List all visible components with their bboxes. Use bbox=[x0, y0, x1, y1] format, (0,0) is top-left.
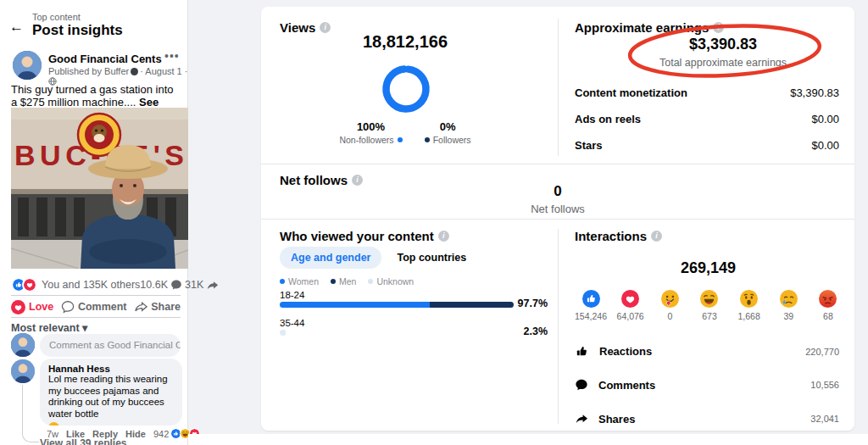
divider bbox=[11, 295, 181, 296]
comment-count-icon bbox=[170, 279, 182, 291]
comment-hide-link[interactable]: Hide bbox=[125, 429, 146, 439]
age-bar-18-24 bbox=[280, 302, 514, 308]
love-button[interactable]: Love bbox=[11, 300, 53, 314]
followers-pct: 0% bbox=[425, 120, 471, 133]
tab-age-and-gender[interactable]: Age and gender bbox=[280, 247, 381, 269]
page-bottom-edge bbox=[188, 434, 868, 445]
insights-card: Viewsi 18,812,166 100% Non-followers 0% … bbox=[261, 7, 854, 431]
net-follows-block: 0 Net follows bbox=[261, 183, 854, 215]
comment-bubble-icon bbox=[575, 378, 588, 392]
angry-emoji-icon bbox=[819, 290, 837, 308]
comment-input[interactable]: Comment as Good Financial Cents bbox=[40, 334, 181, 357]
info-icon[interactable]: i bbox=[713, 22, 724, 33]
share-count-icon bbox=[206, 279, 219, 292]
unknown-dot bbox=[368, 279, 373, 284]
engagement-summary: You and 135K others 10.6K 31K bbox=[11, 276, 181, 293]
buffer-badge-icon bbox=[131, 68, 138, 75]
page-title: Post insights bbox=[32, 22, 123, 39]
more-options-button[interactable]: ••• bbox=[164, 49, 180, 63]
commenter-avatar bbox=[11, 359, 35, 383]
reaction-like: 154,246 bbox=[573, 290, 609, 321]
earnings-section-title: Approximate earningsi bbox=[575, 20, 724, 35]
earnings-row: Ads on reels$0.00 bbox=[575, 113, 839, 125]
reaction-care: 0 bbox=[652, 290, 687, 321]
haha-emoji-icon bbox=[700, 290, 718, 308]
men-segment bbox=[430, 302, 514, 308]
age-bar-35-44 bbox=[280, 330, 514, 336]
shares-summary-row: Shares 32,041 bbox=[575, 412, 839, 426]
view-replies-link[interactable]: View all 39 replies bbox=[40, 437, 127, 445]
reaction-wow: 1,668 bbox=[732, 290, 767, 321]
age-bar-label: 18-24 bbox=[280, 290, 304, 300]
shares-count[interactable]: 31K bbox=[185, 279, 203, 291]
reaction-angry: 68 bbox=[810, 290, 846, 321]
age-bar-value: 2.3% bbox=[515, 325, 548, 337]
comments-count[interactable]: 10.6K bbox=[140, 279, 168, 291]
non-followers-dot bbox=[398, 137, 403, 142]
non-followers-pct: 100% bbox=[339, 120, 402, 133]
net-follows-label: Net follows bbox=[261, 203, 854, 215]
reaction-sad: 39 bbox=[771, 290, 806, 321]
comment-bubble: Hannah Hess Lol me reading this wearing … bbox=[40, 359, 182, 426]
gender-legend: Women Men Unknown bbox=[280, 276, 414, 286]
reactions-summary-row: Reactions 220,770 bbox=[575, 344, 839, 359]
post-image: BUC-EE'S bbox=[11, 108, 188, 269]
comment-text: Lol me reading this wearing my buccees p… bbox=[48, 374, 174, 420]
page-avatar bbox=[13, 51, 42, 80]
followers-dot bbox=[425, 137, 430, 142]
info-icon[interactable]: i bbox=[438, 231, 449, 242]
men-dot bbox=[331, 279, 336, 284]
post-author[interactable]: Good Financial Cents bbox=[48, 53, 162, 65]
comment-icon bbox=[61, 300, 75, 314]
chevron-down-icon: ▾ bbox=[82, 322, 87, 334]
age-bar-label: 35-44 bbox=[280, 318, 304, 328]
women-dot bbox=[280, 279, 285, 284]
likes-summary[interactable]: You and 135K others bbox=[42, 279, 140, 291]
love-reaction-icon bbox=[22, 277, 37, 292]
reactions-breakdown: 154,246 64,076 0 673 1,668 39 bbox=[573, 290, 846, 321]
reaction-haha: 673 bbox=[692, 290, 727, 321]
earnings-total-block: $3,390.83 Total approximate earnings bbox=[596, 36, 850, 69]
divider bbox=[558, 229, 559, 424]
info-icon[interactable]: i bbox=[651, 231, 662, 242]
earnings-subtitle: Total approximate earnings bbox=[596, 57, 850, 69]
divider bbox=[261, 164, 854, 164]
post-meta: Published by Buffer· August 1 · bbox=[48, 66, 187, 76]
who-viewed-tabs: Age and gender Top countries bbox=[280, 247, 466, 269]
earnings-row: Content monetization$3,390.83 bbox=[575, 86, 839, 99]
unknown-segment bbox=[280, 330, 286, 336]
back-button[interactable]: ← bbox=[9, 19, 24, 36]
comment-thread-line bbox=[22, 385, 39, 442]
share-button[interactable]: Share bbox=[134, 300, 181, 314]
commenter-name[interactable]: Hannah Hess bbox=[48, 364, 174, 374]
reaction-love: 64,076 bbox=[613, 290, 648, 321]
women-segment bbox=[280, 302, 430, 308]
earnings-row: Stars$0.00 bbox=[575, 139, 839, 152]
age-bar-value: 97.7% bbox=[515, 298, 548, 309]
smile-emoji-icon bbox=[48, 422, 59, 426]
interactions-section-title: Interactionsi bbox=[575, 229, 662, 243]
sort-selector[interactable]: Most relevant ▾ bbox=[11, 321, 87, 334]
divider bbox=[261, 219, 854, 220]
earnings-total: $3,390.83 bbox=[596, 36, 850, 53]
net-follows-value: 0 bbox=[261, 183, 854, 200]
interactions-total: 269,149 bbox=[583, 259, 833, 277]
composer-avatar bbox=[11, 333, 35, 357]
views-donut-chart bbox=[381, 64, 431, 114]
share-arrow-icon bbox=[575, 412, 588, 426]
thumb-icon bbox=[575, 344, 589, 359]
divider bbox=[558, 19, 559, 156]
post-actions: Love Comment Share bbox=[11, 298, 181, 316]
comment-button[interactable]: Comment bbox=[61, 300, 127, 314]
share-icon bbox=[134, 300, 147, 314]
comments-summary-row: Comments 10,556 bbox=[575, 378, 839, 392]
post-insights-screen: Top content ← Post insights Good Financi… bbox=[0, 0, 868, 445]
tab-top-countries[interactable]: Top countries bbox=[397, 252, 466, 264]
eyebrow-label: Top content bbox=[32, 12, 81, 22]
who-viewed-section-title: Who viewed your contenti bbox=[280, 229, 449, 243]
like-emoji-icon bbox=[582, 290, 600, 308]
views-legend: 100% Non-followers 0% Followers bbox=[278, 120, 532, 145]
views-total: 18,812,166 bbox=[278, 32, 532, 52]
love-emoji-icon bbox=[621, 290, 639, 308]
sad-emoji-icon bbox=[780, 290, 798, 308]
